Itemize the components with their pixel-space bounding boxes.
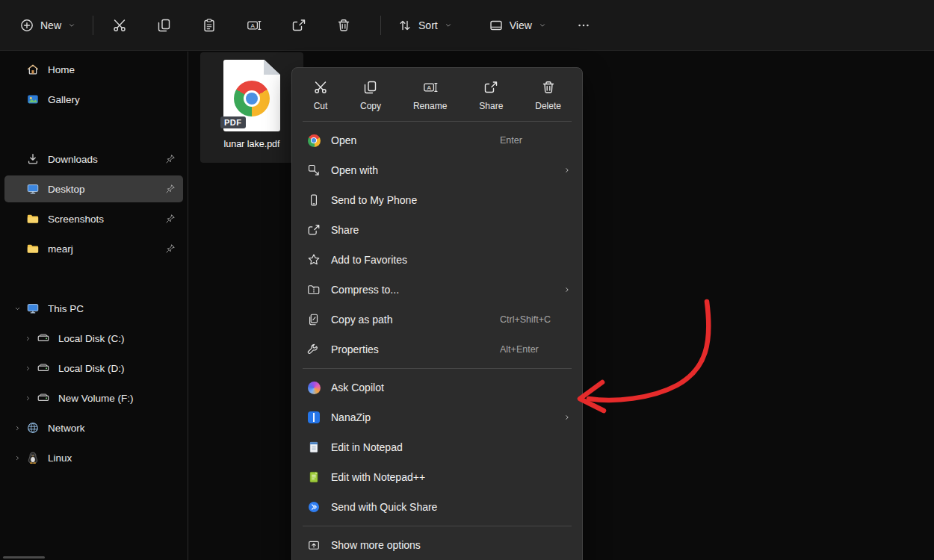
- menu-item-send-with-quick-share[interactable]: Send with Quick Share: [297, 492, 578, 522]
- view-icon: [489, 18, 504, 33]
- sidebar-item-label: Local Disk (C:): [58, 333, 179, 344]
- chevron-down-icon[interactable]: [9, 305, 25, 313]
- menu-separator: [303, 368, 572, 369]
- menu-copy-button[interactable]: Copy: [360, 80, 381, 111]
- menu-separator: [303, 526, 572, 526]
- cut-icon: [112, 18, 127, 33]
- sidebar-item-gallery[interactable]: Gallery: [4, 86, 183, 113]
- trash-icon: [541, 80, 556, 95]
- sidebar-scrollbar[interactable]: [3, 556, 45, 559]
- chrome-icon: [306, 133, 322, 148]
- sidebar-item-desktop[interactable]: Desktop: [4, 175, 183, 202]
- sidebar-item-label: Local Disk (D:): [58, 363, 179, 374]
- sidebar-item-home[interactable]: Home: [4, 56, 183, 83]
- quick-action-label: Copy: [360, 101, 381, 111]
- menu-rename-button[interactable]: Rename: [413, 80, 447, 111]
- chevron-down-icon: [444, 21, 453, 30]
- sidebar-item-downloads[interactable]: Downloads: [4, 146, 183, 172]
- menu-item-nanazip[interactable]: NanaZip: [297, 402, 578, 432]
- sidebar-item-mearj[interactable]: mearj: [4, 235, 183, 262]
- sidebar-item-label: Linux: [48, 452, 179, 464]
- sort-arrows-icon: [398, 18, 412, 33]
- sidebar-item-label: Downloads: [48, 154, 165, 165]
- menu-item-copy-as-path[interactable]: Copy as path Ctrl+Shift+C: [297, 305, 578, 335]
- menu-item-properties[interactable]: Properties Alt+Enter: [297, 335, 578, 364]
- menu-item-open-with[interactable]: Open with: [297, 155, 578, 185]
- sidebar-item-this-pc[interactable]: This PC: [4, 295, 183, 322]
- submenu-chevron-icon: [563, 166, 572, 175]
- linux-penguin-icon: [25, 450, 40, 465]
- chevron-right-icon[interactable]: [19, 335, 36, 343]
- sidebar-item-label: Network: [48, 423, 179, 434]
- share-icon: [483, 80, 498, 95]
- ellipsis-icon: [577, 19, 590, 32]
- menu-item-add-to-favorites[interactable]: Add to Favorites: [297, 245, 578, 275]
- menu-delete-button[interactable]: Delete: [535, 80, 561, 111]
- sidebar-item-label: Gallery: [48, 94, 179, 105]
- home-icon: [25, 62, 40, 77]
- chevron-right-icon[interactable]: [19, 364, 36, 373]
- sidebar-item-new-volume-f[interactable]: New Volume (F:): [15, 385, 183, 411]
- file-lunar-lake-pdf[interactable]: PDF lunar lake.pdf: [200, 52, 303, 163]
- copilot-icon: [306, 380, 322, 395]
- quick-share-icon: [306, 500, 322, 514]
- chevron-down-icon: [67, 21, 76, 30]
- menu-item-edit-with-notepad-plus-plus[interactable]: Edit with Notepad++: [297, 462, 578, 492]
- sidebar-item-linux[interactable]: Linux: [4, 444, 183, 471]
- sidebar-item-screenshots[interactable]: Screenshots: [4, 205, 183, 232]
- quick-action-label: Rename: [413, 101, 447, 111]
- share-button[interactable]: [282, 10, 316, 40]
- pin-icon: [165, 154, 177, 164]
- cut-button[interactable]: [102, 10, 137, 40]
- toolbar-divider: [380, 16, 381, 35]
- delete-button[interactable]: [327, 10, 361, 40]
- new-button[interactable]: New: [12, 10, 84, 40]
- pdf-badge: PDF: [220, 116, 246, 128]
- menu-item-compress-to[interactable]: Compress to...: [297, 275, 578, 305]
- menu-share-button[interactable]: Share: [479, 80, 503, 111]
- sidebar-item-label: This PC: [48, 303, 179, 314]
- shortcut-label: Enter: [500, 135, 572, 146]
- share-icon: [306, 223, 322, 237]
- sidebar-item-local-disk-d[interactable]: Local Disk (D:): [15, 355, 183, 382]
- nanazip-icon: [306, 410, 322, 425]
- trash-icon: [336, 18, 351, 33]
- rename-icon: [423, 80, 438, 95]
- pin-icon: [165, 184, 177, 194]
- sidebar-item-label: New Volume (F:): [58, 393, 179, 404]
- copy-button[interactable]: [147, 10, 182, 40]
- pin-icon: [165, 243, 177, 254]
- phone-icon: [306, 193, 322, 208]
- view-button[interactable]: View: [481, 10, 554, 40]
- toolbar-divider: [93, 16, 93, 35]
- chevron-right-icon[interactable]: [19, 394, 36, 402]
- sidebar-item-network[interactable]: Network: [4, 414, 183, 441]
- pin-icon: [165, 214, 177, 224]
- context-menu: Cut Copy Rename Share Delete Open: [291, 67, 583, 560]
- menu-item-show-more-options[interactable]: Show more options: [297, 530, 578, 560]
- star-icon: [306, 252, 322, 267]
- copy-icon: [157, 18, 172, 33]
- network-icon: [25, 420, 40, 435]
- menu-item-ask-copilot[interactable]: Ask Copilot: [297, 373, 578, 402]
- download-icon: [25, 152, 40, 167]
- quick-action-label: Delete: [535, 101, 561, 111]
- menu-item-edit-in-notepad[interactable]: Edit in Notepad: [297, 432, 578, 462]
- sort-button[interactable]: Sort: [390, 10, 460, 40]
- view-button-label: View: [510, 19, 532, 31]
- sidebar-item-local-disk-c[interactable]: Local Disk (C:): [15, 325, 183, 352]
- menu-item-share[interactable]: Share: [297, 215, 578, 245]
- rename-button[interactable]: [237, 10, 271, 40]
- paste-button[interactable]: [192, 10, 226, 40]
- new-button-label: New: [40, 19, 61, 31]
- menu-item-open[interactable]: Open Enter: [297, 125, 578, 155]
- menu-item-send-to-my-phone[interactable]: Send to My Phone: [297, 185, 578, 215]
- menu-cut-button[interactable]: Cut: [313, 80, 328, 111]
- sidebar-item-label: Desktop: [48, 184, 165, 195]
- see-more-button[interactable]: [569, 10, 598, 40]
- chevron-right-icon[interactable]: [9, 424, 25, 432]
- gallery-icon: [25, 92, 40, 107]
- chevron-right-icon[interactable]: [9, 454, 25, 462]
- cut-icon: [313, 80, 328, 95]
- desktop-monitor-icon: [25, 181, 40, 196]
